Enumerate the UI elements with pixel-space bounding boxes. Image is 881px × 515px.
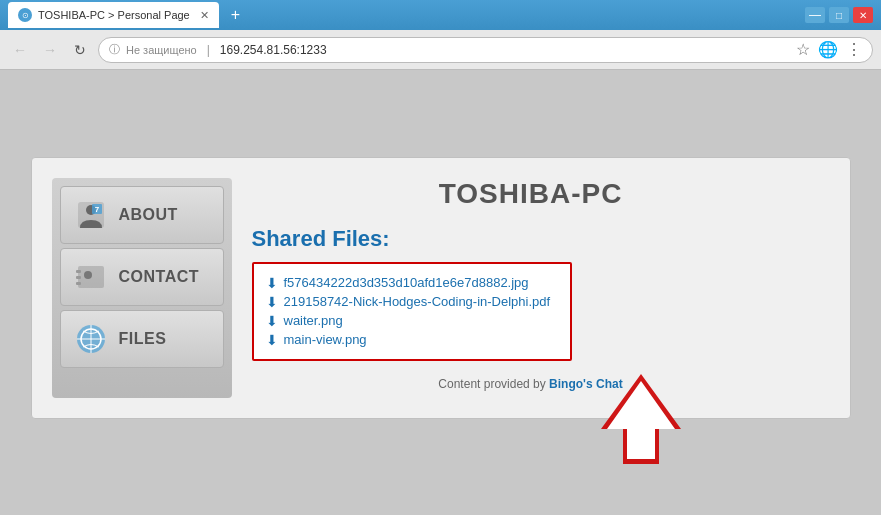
browser-menu-icon[interactable]: ⋮ xyxy=(846,40,862,59)
contact-icon xyxy=(73,259,109,295)
sidebar: 7 ABOUT CONTACT xyxy=(52,178,232,398)
file-name: main-view.png xyxy=(284,332,367,347)
shared-files-header: Shared Files: xyxy=(252,226,810,252)
sidebar-item-about[interactable]: 7 ABOUT xyxy=(60,186,224,244)
svg-rect-7 xyxy=(76,276,81,279)
about-icon: 7 xyxy=(73,197,109,233)
svg-text:7: 7 xyxy=(94,205,99,214)
content-area: TOSHIBA-PC Shared Files: ⬇f576434222d3d3… xyxy=(232,178,830,398)
about-label: ABOUT xyxy=(119,206,178,224)
svg-point-5 xyxy=(84,271,92,279)
new-tab-button[interactable]: + xyxy=(231,6,240,24)
minimize-button[interactable]: — xyxy=(805,7,825,23)
close-button[interactable]: ✕ xyxy=(853,7,873,23)
secure-label: Не защищено xyxy=(126,44,197,56)
footer-text: Content provided by xyxy=(438,377,549,391)
refresh-button[interactable]: ↻ xyxy=(68,38,92,62)
svg-rect-6 xyxy=(76,270,81,273)
main-card: 7 ABOUT CONTACT xyxy=(31,157,851,419)
url-text: 169.254.81.56:1233 xyxy=(220,43,327,57)
files-list: ⬇f576434222d3d353d10afd1e6e7d8882.jpg⬇21… xyxy=(252,262,572,361)
forward-button[interactable]: → xyxy=(38,38,62,62)
download-icon: ⬇ xyxy=(266,313,278,329)
files-icon xyxy=(73,321,109,357)
file-name: waiter.png xyxy=(284,313,343,328)
file-link[interactable]: ⬇main-view.png xyxy=(266,332,558,348)
bookmark-icon[interactable]: ☆ xyxy=(796,40,810,59)
file-name: 219158742-Nick-Hodges-Coding-in-Delphi.p… xyxy=(284,294,551,309)
tab-favicon: ⊙ xyxy=(18,8,32,22)
download-icon: ⬇ xyxy=(266,275,278,291)
maximize-button[interactable]: □ xyxy=(829,7,849,23)
back-button[interactable]: ← xyxy=(8,38,32,62)
url-bar[interactable]: ⓘ Не защищено | 169.254.81.56:1233 ☆ 🌐 ⋮ xyxy=(98,37,873,63)
svg-rect-8 xyxy=(76,282,81,285)
page-area: 7 ABOUT CONTACT xyxy=(0,70,881,515)
secure-indicator: ⓘ xyxy=(109,42,120,57)
window-controls: — □ ✕ xyxy=(805,7,873,23)
page-title: TOSHIBA-PC xyxy=(252,178,810,210)
file-link[interactable]: ⬇219158742-Nick-Hodges-Coding-in-Delphi.… xyxy=(266,294,558,310)
download-icon: ⬇ xyxy=(266,294,278,310)
arrow-svg xyxy=(581,369,701,489)
extension-icon[interactable]: 🌐 xyxy=(818,40,838,59)
tab-close-button[interactable]: ✕ xyxy=(200,9,209,22)
sidebar-item-contact[interactable]: CONTACT xyxy=(60,248,224,306)
tab-label: TOSHIBA-PC > Personal Page xyxy=(38,9,190,21)
svg-marker-14 xyxy=(607,381,675,459)
title-bar: ⊙ TOSHIBA-PC > Personal Page ✕ + — □ ✕ xyxy=(0,0,881,30)
file-link[interactable]: ⬇f576434222d3d353d10afd1e6e7d8882.jpg xyxy=(266,275,558,291)
sidebar-item-files[interactable]: FILES xyxy=(60,310,224,368)
download-icon: ⬇ xyxy=(266,332,278,348)
contact-label: CONTACT xyxy=(119,268,200,286)
title-bar-left: ⊙ TOSHIBA-PC > Personal Page ✕ + xyxy=(8,2,240,28)
address-bar: ← → ↻ ⓘ Не защищено | 169.254.81.56:1233… xyxy=(0,30,881,70)
footer: Content provided by Bingo's Chat xyxy=(252,377,810,391)
file-name: f576434222d3d353d10afd1e6e7d8882.jpg xyxy=(284,275,529,290)
file-link[interactable]: ⬇waiter.png xyxy=(266,313,558,329)
files-label: FILES xyxy=(119,330,167,348)
active-tab[interactable]: ⊙ TOSHIBA-PC > Personal Page ✕ xyxy=(8,2,219,28)
url-right-actions: ☆ 🌐 ⋮ xyxy=(796,40,862,59)
